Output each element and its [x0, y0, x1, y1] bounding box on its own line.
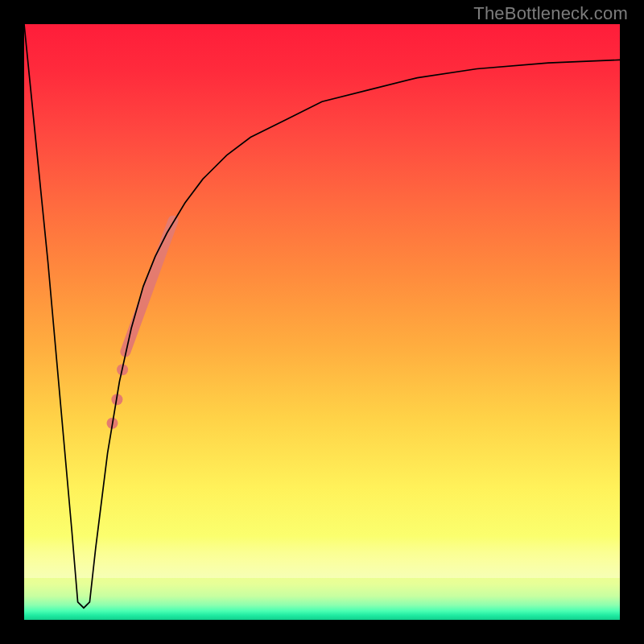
plot-area: [24, 24, 620, 620]
chart-frame: TheBottleneck.com: [0, 0, 644, 644]
watermark-text: TheBottleneck.com: [473, 3, 628, 24]
highlight-segment: [126, 221, 173, 352]
bottleneck-curve: [24, 24, 620, 608]
curve-layer: [24, 24, 620, 620]
